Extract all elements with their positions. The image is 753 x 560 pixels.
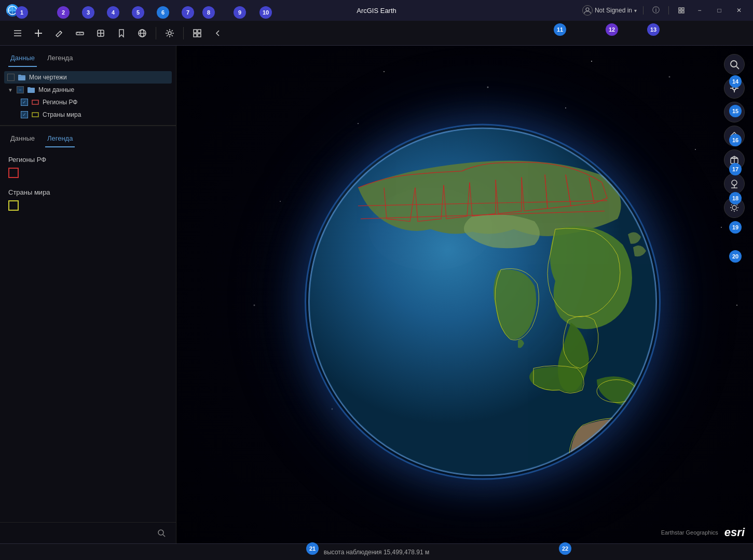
arcgis-logo-icon[interactable]: [6, 4, 19, 17]
svg-rect-5: [679, 11, 681, 13]
layer-my-data-label: Мои данные: [38, 86, 74, 93]
user-section[interactable]: Not Signed in ▾: [582, 5, 637, 16]
sidebar-search-button[interactable]: [155, 527, 168, 539]
measure-button[interactable]: [71, 24, 89, 43]
toolbar-separator: [156, 27, 156, 39]
svg-point-41: [721, 227, 722, 228]
sidebar-search: [0, 522, 176, 543]
svg-point-35: [358, 123, 359, 124]
info-button[interactable]: ⓘ: [650, 4, 662, 17]
home-button[interactable]: [724, 126, 745, 146]
minimize-button[interactable]: −: [692, 3, 707, 18]
layer-world-countries[interactable]: ✓ Страны мира: [4, 108, 172, 121]
legend-swatch-countries: [8, 200, 19, 211]
checkbox-my-sketches[interactable]: [7, 74, 15, 81]
legend-item-regions: Регионы РФ: [8, 156, 168, 178]
top-tab-section: Данные Легенда Мои чертежи: [0, 46, 176, 126]
title-bar: ArcGIS Earth Not Signed in ▾ ⓘ − □: [0, 0, 753, 21]
svg-point-53: [731, 61, 737, 67]
download-button[interactable]: [724, 173, 745, 194]
table-of-contents-button[interactable]: [8, 24, 27, 43]
search-button[interactable]: [724, 54, 745, 75]
svg-rect-29: [32, 113, 38, 117]
svg-point-32: [384, 71, 385, 72]
svg-rect-59: [733, 137, 735, 140]
expand-arrow-icon[interactable]: ▼: [7, 87, 13, 93]
svg-rect-27: [198, 34, 201, 37]
svg-rect-25: [198, 30, 201, 33]
svg-line-31: [163, 535, 165, 537]
svg-rect-24: [194, 30, 197, 33]
gallery-button[interactable]: [188, 24, 207, 43]
close-button[interactable]: ✕: [731, 3, 747, 18]
navigate-button[interactable]: [724, 78, 745, 99]
svg-rect-4: [682, 8, 684, 10]
globe-area[interactable]: Earthstar Geographics esri: [176, 46, 753, 543]
checkbox-regions-rf[interactable]: ✓: [21, 99, 28, 106]
edit-button[interactable]: [50, 24, 69, 43]
not-signed-in-label: Not Signed in: [595, 7, 632, 14]
layer-my-sketches[interactable]: Мои чертежи: [4, 71, 172, 84]
add-button[interactable]: [29, 24, 48, 43]
svg-point-42: [254, 305, 255, 306]
layer-regions-rf[interactable]: ✓ Регионы РФ: [4, 96, 172, 108]
altitude-text: высота наблюдения 15,499,478.91 м: [324, 549, 429, 556]
attribution: Earthstar Geographics esri: [661, 526, 745, 539]
svg-rect-28: [32, 100, 38, 104]
svg-point-34: [591, 61, 592, 62]
svg-point-23: [168, 32, 171, 35]
fullscreen-button[interactable]: [675, 4, 688, 17]
folder-mydata-icon: [27, 86, 35, 94]
legend-title-regions: Регионы РФ: [8, 156, 168, 163]
basemap-button[interactable]: [133, 24, 152, 43]
right-toolbar: [724, 54, 745, 218]
layer-icon-regions: [31, 98, 39, 106]
layer-regions-rf-label: Регионы РФ: [43, 99, 77, 106]
svg-line-71: [731, 204, 732, 205]
attribution-text: Earthstar Geographics: [661, 529, 718, 536]
layer-my-data[interactable]: ▼ − Мои данные: [4, 84, 172, 96]
tab-data-top[interactable]: Данные: [8, 50, 37, 67]
svg-point-1: [11, 9, 14, 12]
checkbox-world-countries[interactable]: ✓: [21, 111, 28, 118]
tab-legend-top[interactable]: Легенда: [45, 50, 75, 67]
dropdown-arrow-icon: ▾: [634, 8, 637, 13]
svg-rect-6: [682, 11, 684, 13]
tab-legend-bottom[interactable]: Легенда: [45, 130, 75, 147]
title-bar-right: Not Signed in ▾ ⓘ − □ ✕: [582, 3, 747, 18]
north-button[interactable]: [724, 102, 745, 122]
svg-point-43: [736, 305, 737, 306]
bookmark-button[interactable]: [112, 24, 131, 43]
legend-section: Данные Легенда Регионы РФ Страны мира: [0, 126, 176, 543]
status-bar: высота наблюдения 15,499,478.91 м: [0, 543, 753, 560]
user-icon: [582, 5, 593, 16]
svg-point-36: [565, 107, 566, 108]
globe[interactable]: [306, 125, 659, 478]
svg-point-2: [586, 8, 589, 11]
legend-title-countries: Страны мира: [8, 188, 168, 196]
viewshed-button[interactable]: [91, 24, 110, 43]
esri-logo: esri: [724, 526, 745, 539]
svg-line-73: [737, 204, 737, 205]
svg-rect-3: [679, 8, 681, 10]
svg-point-39: [280, 201, 281, 202]
separator-2: [668, 6, 669, 15]
legend-item-countries: Страны мира: [8, 188, 168, 211]
checkbox-my-data[interactable]: −: [17, 86, 24, 93]
globe-container[interactable]: [306, 125, 659, 478]
separator: [643, 6, 644, 15]
3d-view-button[interactable]: [724, 149, 745, 170]
maximize-button[interactable]: □: [711, 3, 727, 18]
collapse-panel-button[interactable]: [209, 24, 227, 43]
svg-point-66: [732, 206, 736, 210]
settings-button[interactable]: [160, 24, 179, 43]
sun-button[interactable]: [724, 197, 745, 218]
layer-icon-countries: [31, 111, 39, 119]
svg-point-33: [487, 87, 489, 88]
tab-data-bottom[interactable]: Данные: [8, 130, 37, 147]
globe-glow: [306, 125, 659, 478]
sidebar: Данные Легенда Мои чертежи: [0, 46, 176, 543]
folder-sketches-icon: [18, 73, 26, 81]
svg-point-58: [733, 111, 735, 113]
bottom-tab-header: Данные Легенда: [0, 126, 176, 147]
